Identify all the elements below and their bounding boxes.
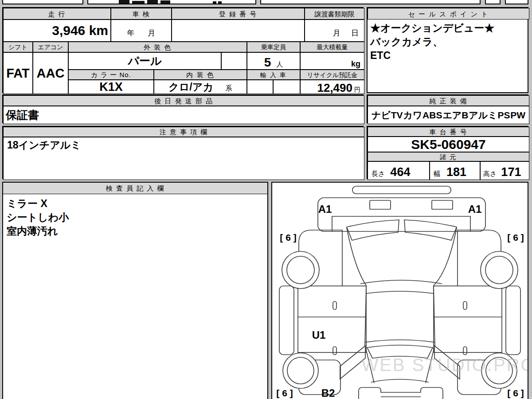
interior-color-header: 内 装 色	[154, 70, 247, 80]
spec-length-value: 464	[390, 166, 410, 178]
top-cutoff-cell	[2, 0, 83, 4]
rear-deck-curve	[371, 379, 429, 383]
chassis-specs-box: 車 台 番 号 SK5-060947 諸 元 長さ 464 幅 181 高さ 1…	[367, 126, 528, 179]
later-parts-header: 後 日 発 送 部 品	[3, 95, 364, 106]
aircon-value: AAC	[33, 52, 68, 94]
sales-point-header: セ ー ル ス ポ イ ン ト	[368, 8, 529, 20]
inspector-box: 検 査 員 記 入 欄 ミラー X シートしわ小 室内薄汚れ	[2, 182, 268, 399]
max-load-header: 最大積載量	[300, 42, 364, 52]
chassis-value: SK5-060947	[368, 137, 529, 152]
wheel-front-right-inner	[485, 256, 513, 284]
equipment-header: 純 正 装 備	[368, 95, 529, 106]
spec-height-value: 171	[501, 166, 521, 178]
damage-label-b2: B2	[321, 387, 335, 399]
sales-point-content: ★オークションデビュー★ バックカメラ、 ETC	[368, 20, 529, 94]
cutoff-text-fragment	[119, 0, 129, 4]
equipment-item: TV	[391, 110, 403, 120]
notes-box: 注 意 事 項 欄 18インチアルミ	[2, 126, 364, 179]
inspector-line: ミラー X	[7, 197, 264, 211]
car-diagram: A1 A1 U1 B2 [ 6 ] [ 6 ] [ 6 ] [ 6 ] WEB …	[272, 183, 528, 399]
exterior-color-header: 外 装 色	[68, 42, 247, 52]
doors-left	[298, 286, 366, 352]
registration-header: 登 録 番 号	[172, 8, 305, 20]
shaken-header: 車 検	[111, 8, 172, 20]
wheel-front-left-inner	[287, 256, 314, 284]
damage-label-u1: U1	[312, 329, 326, 341]
inspector-header: 検 査 員 記 入 欄	[3, 183, 267, 194]
capacity-unit: 人	[276, 61, 283, 67]
sales-point-box: セ ー ル ス ポ イ ン ト ★オークションデビュー★ バックカメラ、 ETC	[367, 7, 528, 93]
roof-front-curve	[366, 291, 434, 293]
later-parts-value: 保証書	[3, 106, 364, 124]
doors-right	[434, 286, 502, 352]
notes-value: 18インチアルミ	[3, 137, 364, 180]
sill-right	[506, 286, 520, 355]
top-cutoff-cell	[505, 0, 528, 4]
door-handle-front-right	[463, 301, 467, 309]
front-bumper-top	[352, 186, 451, 194]
door-handle-rear-left	[333, 347, 336, 355]
tire-label-rear-right: [ 6 ]	[507, 388, 524, 398]
wheel-rear-left-inner	[287, 357, 314, 384]
color-no-header: カ ラ ー No.	[68, 70, 154, 80]
spec-length: 長さ 464	[368, 161, 430, 180]
equipment-item: エアB	[442, 110, 468, 120]
sales-point-line: バックカメラ、	[370, 35, 527, 49]
capacity-number: 5	[264, 56, 271, 69]
registration-value	[172, 20, 305, 42]
shaken-year-label: 年	[127, 29, 135, 37]
auction-sheet: 走 行 車 検 登 録 番 号 譲渡書類期限 3,946 km 年 月 月 日 …	[0, 0, 532, 399]
tire-label-rear-left: [ 6 ]	[276, 388, 293, 398]
equipment-box: 純 正 装 備 ナビ TV カワ ABS エアB アルミ PS PW	[367, 94, 528, 123]
cutoff-text-fragment	[218, 1, 222, 4]
later-parts-box: 後 日 発 送 部 品 保証書	[2, 94, 364, 123]
recycle-header: リサイクル預託金	[300, 70, 364, 80]
spec-height-label: 高さ	[483, 170, 497, 177]
spec-width: 幅 181	[430, 161, 480, 180]
equipment-item: アルミ	[469, 110, 497, 120]
transfer-day-label: 日	[351, 29, 359, 37]
cutoff-text-fragment	[160, 0, 170, 4]
exterior-color-extra	[221, 52, 247, 70]
hood-front-edge	[332, 216, 470, 231]
top-cutoff-cell	[260, 0, 481, 4]
capacity-header: 乗車定員	[247, 42, 300, 52]
top-cutoff-cell	[485, 0, 501, 4]
specs-header: 諸 元	[368, 152, 529, 161]
windshield-right	[404, 220, 457, 240]
max-load-value: kg	[300, 52, 364, 70]
inspector-line: シートしわ小	[7, 211, 264, 224]
tire-label-front-left: [ 6 ]	[280, 232, 296, 243]
shift-value: FAT	[3, 52, 33, 94]
cowl-curve	[360, 280, 442, 284]
chassis-header: 車 台 番 号	[368, 127, 529, 137]
hood-side-left	[347, 228, 366, 286]
sill-left	[279, 286, 294, 355]
headlight-right	[432, 200, 453, 209]
cutoff-text-fragment	[213, 1, 216, 4]
transfer-doc-header: 譲渡書類期限	[305, 8, 364, 20]
equipment-item: ABS	[422, 110, 442, 120]
interior-color-text: クロ/アカ	[168, 82, 213, 92]
transfer-month-label: 月	[333, 29, 340, 37]
equipment-item: ナビ	[372, 110, 391, 120]
door-handle-front-left	[333, 301, 336, 309]
inspector-content: ミラー X シートしわ小 室内薄汚れ	[3, 194, 267, 241]
mileage-value: 3,946 km	[3, 20, 111, 42]
capacity-value: 5 人	[247, 52, 300, 70]
damage-label-a1-right: A1	[468, 203, 482, 215]
recycle-value: 12,490 円	[300, 80, 364, 94]
mileage-header: 走 行	[3, 8, 111, 20]
aircon-header: エアコン	[33, 42, 68, 52]
sales-point-line: ★オークションデビュー★	[370, 21, 527, 35]
recycle-unit: 円	[354, 86, 360, 93]
shaken-value: 年 月	[111, 20, 172, 42]
headlight-left	[370, 200, 391, 209]
interior-color-value: クロ/アカ 系	[154, 80, 247, 94]
equipment-value: ナビ TV カワ ABS エアB アルミ PS PW	[368, 106, 529, 124]
door-handle-rear-right	[463, 347, 467, 355]
exterior-color-value: パール	[68, 52, 221, 70]
recycle-amount: 12,490	[317, 82, 352, 94]
spec-length-label: 長さ	[372, 170, 385, 177]
spec-width-value: 181	[446, 166, 466, 178]
